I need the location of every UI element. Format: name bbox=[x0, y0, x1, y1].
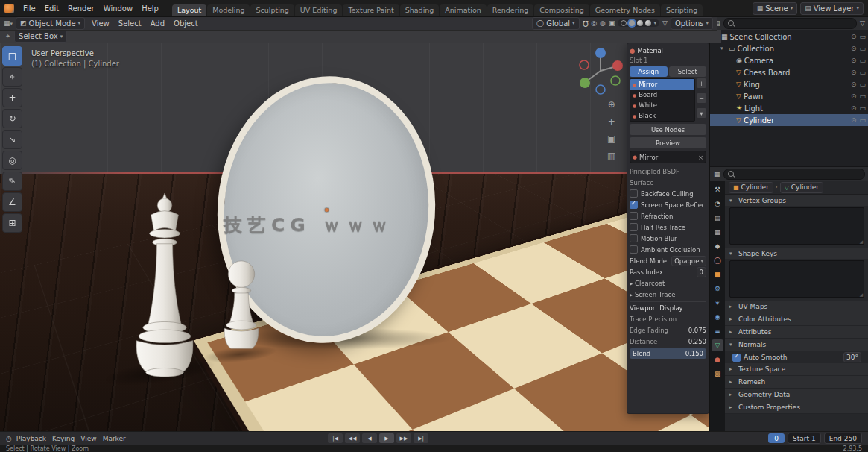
visibility-eye-icon[interactable]: ⊙ bbox=[851, 33, 857, 40]
properties-tab-physics[interactable]: ◉ bbox=[712, 311, 723, 323]
jump-start-button[interactable]: |◀ bbox=[328, 433, 343, 443]
preview-button[interactable]: Preview bbox=[630, 137, 706, 148]
timeline-menu-marker[interactable]: Marker bbox=[103, 435, 126, 442]
tool-cursor[interactable]: ⌖ bbox=[2, 67, 22, 87]
blender-logo-icon[interactable] bbox=[4, 4, 14, 13]
visibility-eye-icon[interactable]: ⊙ bbox=[851, 45, 857, 52]
shading-wireframe-icon[interactable] bbox=[621, 20, 627, 26]
render-visibility-icon[interactable]: ▭ bbox=[859, 116, 866, 124]
properties-tab-material[interactable]: ● bbox=[712, 354, 723, 365]
menu-help[interactable]: Help bbox=[137, 4, 163, 13]
mode-dropdown[interactable]: ◩ Object Mode ▾ bbox=[16, 17, 85, 30]
dropdown-blend-mode[interactable]: Blend ModeOpaque▾ bbox=[630, 255, 706, 266]
proportional-editing-icon[interactable]: ◎ bbox=[591, 19, 597, 27]
checkbox-half-res-trace[interactable]: Half Res Trace bbox=[630, 222, 706, 233]
visibility-eye-icon[interactable]: ⊙ bbox=[851, 104, 857, 112]
properties-tab-object-data[interactable]: ▽ bbox=[712, 339, 723, 351]
menu-render[interactable]: Render bbox=[63, 4, 99, 13]
material-slot[interactable]: ●White bbox=[630, 100, 694, 110]
timeline-menu-playback[interactable]: Playback bbox=[16, 435, 46, 442]
properties-tab-object[interactable]: ■ bbox=[712, 269, 723, 280]
checkbox-motion-blur[interactable]: Motion Blur bbox=[630, 233, 706, 244]
panel-header-texture-space[interactable]: ▸Texture Space bbox=[725, 363, 868, 376]
checkbox-ambient-occlusion[interactable]: Ambient Occlusion bbox=[630, 244, 706, 255]
zoom-icon[interactable]: ⊕ bbox=[608, 99, 615, 110]
viewport-menu-view[interactable]: View bbox=[88, 19, 113, 28]
play-reverse-button[interactable]: ◀ bbox=[362, 433, 377, 443]
disclosure-icon[interactable]: ▾ bbox=[720, 45, 726, 51]
chess-pawn[interactable] bbox=[213, 250, 270, 360]
auto-smooth-value[interactable]: 30° bbox=[843, 352, 861, 362]
jump-end-button[interactable]: ▶| bbox=[414, 433, 428, 443]
panel-header-normals[interactable]: ▾Normals bbox=[725, 339, 868, 351]
add-slot-button[interactable]: + bbox=[697, 78, 706, 88]
panel-header-remesh[interactable]: ▸Remesh bbox=[725, 376, 868, 389]
scene-selector[interactable]: ▦ Scene ▾ bbox=[753, 2, 798, 15]
panel-link-clearcoat[interactable]: ▸ Clearcoat bbox=[630, 277, 706, 289]
tab-texture-paint[interactable]: Texture Paint bbox=[343, 4, 399, 16]
tool-annotate[interactable]: ✎ bbox=[2, 172, 22, 191]
properties-tab-render[interactable]: ◔ bbox=[712, 198, 723, 210]
slot-specials-button[interactable]: ▾ bbox=[697, 108, 706, 118]
slider-blend[interactable]: Blend0.150 bbox=[630, 348, 706, 359]
properties-tab-output[interactable]: ▤ bbox=[712, 212, 723, 224]
outliner-search-input[interactable] bbox=[723, 18, 858, 29]
viewport-menu-select[interactable]: Select bbox=[115, 19, 145, 28]
tool-select-box[interactable]: □ bbox=[2, 46, 22, 66]
visibility-eye-icon[interactable]: ⊙ bbox=[851, 57, 857, 64]
tab-sculpting[interactable]: Sculpting bbox=[250, 4, 294, 16]
panel-header-custom-properties[interactable]: ▸Custom Properties bbox=[725, 401, 868, 414]
properties-tab-modifiers[interactable]: ⚙ bbox=[712, 283, 723, 295]
properties-tab-particles[interactable]: ∗ bbox=[712, 297, 723, 309]
outliner-item-scene-collection[interactable]: ▾▦Scene Collection⊙▭ bbox=[710, 31, 868, 43]
dropdown-value[interactable]: Opaque▾ bbox=[671, 256, 706, 266]
options-dropdown[interactable]: Options ▾ bbox=[671, 17, 713, 30]
shading-material-icon[interactable] bbox=[637, 20, 643, 26]
use-nodes-button[interactable]: Use Nodes bbox=[630, 124, 706, 135]
checkbox-icon[interactable] bbox=[630, 201, 638, 209]
overlays-icon[interactable]: ◍ bbox=[600, 19, 606, 27]
vertex-groups-list[interactable] bbox=[729, 207, 864, 245]
shape-keys-list[interactable] bbox=[729, 260, 864, 298]
gizmo-y-axis[interactable] bbox=[580, 78, 590, 88]
tab-rendering[interactable]: Rendering bbox=[487, 4, 534, 16]
panel-header-uv-maps[interactable]: ▸UV Maps bbox=[725, 301, 868, 313]
outliner-item-chess-board[interactable]: ▽Chess Board⊙▭ bbox=[710, 66, 868, 78]
properties-tab-scene[interactable]: ◆ bbox=[712, 240, 723, 252]
perspective-toggle-icon[interactable]: ▥ bbox=[607, 151, 615, 161]
filter-funnel-icon[interactable]: ▽ bbox=[860, 19, 865, 27]
render-visibility-icon[interactable]: ▭ bbox=[859, 104, 866, 112]
viewport-menu-object[interactable]: Object bbox=[170, 19, 202, 28]
navigation-gizmo[interactable] bbox=[575, 45, 626, 96]
breadcrumb-item-cylinder[interactable]: ■Cylinder bbox=[729, 182, 773, 193]
properties-tab-texture[interactable]: ▩ bbox=[712, 368, 723, 380]
visibility-eye-icon[interactable]: ⊙ bbox=[851, 116, 857, 124]
filter-funnel-icon[interactable]: ▽ bbox=[662, 19, 668, 27]
gizmo-x-axis[interactable] bbox=[612, 60, 623, 71]
select-button[interactable]: Select bbox=[669, 66, 707, 77]
tab-uv-editing[interactable]: UV Editing bbox=[295, 4, 343, 16]
field-pass-index[interactable]: Pass Index0 bbox=[630, 266, 706, 277]
tool-transform[interactable]: ◎ bbox=[2, 151, 22, 170]
outliner-item-collection[interactable]: ▾▭Collection⊙▭ bbox=[710, 43, 868, 54]
editor-type-icon[interactable]: ▦ bbox=[714, 170, 720, 178]
tool-scale[interactable]: ↘ bbox=[2, 130, 22, 149]
tab-animation[interactable]: Animation bbox=[440, 4, 486, 16]
panel-header-shape-keys[interactable]: ▾Shape Keys bbox=[725, 248, 868, 259]
gizmo-y-neg[interactable] bbox=[611, 76, 620, 85]
field-value[interactable]: 0 bbox=[697, 267, 706, 277]
tool-rotate[interactable]: ↻ bbox=[2, 109, 22, 128]
play-button[interactable]: ▶ bbox=[379, 433, 394, 443]
prev-key-button[interactable]: ◀◀ bbox=[345, 433, 360, 443]
frame-end-field[interactable]: End 250 bbox=[824, 433, 862, 444]
menu-file[interactable]: File bbox=[19, 4, 40, 13]
material-slot[interactable]: ●Black bbox=[630, 110, 694, 121]
render-visibility-icon[interactable]: ▭ bbox=[859, 57, 866, 64]
pan-icon[interactable]: + bbox=[608, 116, 615, 127]
editor-type-icon[interactable]: ▦▾ bbox=[4, 19, 13, 27]
render-visibility-icon[interactable]: ▭ bbox=[859, 92, 866, 100]
active-tool-dropdown[interactable]: Select Box ▾ bbox=[14, 30, 67, 43]
snap-magnet-icon[interactable]: Ω bbox=[583, 19, 589, 28]
timeline-menu-keying[interactable]: Keying bbox=[52, 435, 75, 442]
panel-link-screen-trace[interactable]: ▸ Screen Trace bbox=[630, 289, 706, 300]
